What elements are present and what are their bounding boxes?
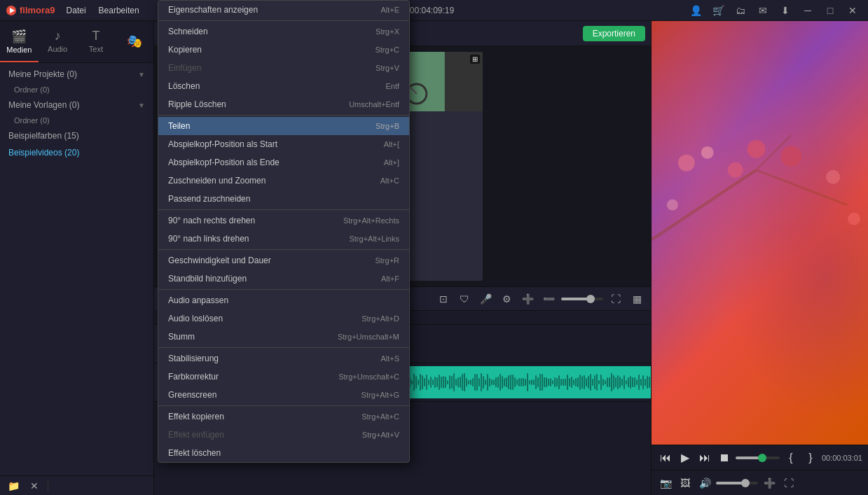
ctx-farbkorrektur-shortcut: Strg+Umschalt+C: [338, 372, 399, 381]
ctx-position-ende[interactable]: Abspielkopf-Position als Ende Alt+]: [158, 153, 409, 172]
ctx-divider-1: [158, 20, 409, 21]
ctx-eigenschaften-label: Eigenschaften anzeigen: [168, 5, 258, 15]
ctx-position-start[interactable]: Abspielkopf-Position als Start Alt+[: [158, 135, 409, 153]
ctx-effekt-kopieren-shortcut: Strg+Alt+C: [361, 412, 399, 421]
ctx-teilen-label: Teilen: [168, 121, 190, 131]
ctx-geschwindigkeit-shortcut: Strg+R: [375, 256, 399, 265]
ctx-einfuegen-label: Einfügen: [168, 63, 201, 73]
ctx-divider-6: [158, 347, 409, 348]
ctx-greenscreen[interactable]: Greenscreen Strg+Alt+G: [158, 386, 409, 404]
ctx-farbkorrektur-label: Farbkorrektur: [168, 372, 219, 382]
ctx-standbild[interactable]: Standbild hinzufügen Alt+F: [158, 270, 409, 288]
ctx-kopieren-shortcut: Strg+C: [375, 46, 399, 54]
ctx-audio-loslösen-shortcut: Strg+Alt+D: [361, 314, 399, 323]
context-menu-overlay[interactable]: Eigenschaften anzeigen Alt+E Schneiden S…: [0, 0, 868, 495]
ctx-loeschen-label: Löschen: [168, 81, 200, 91]
ctx-zuschneiden-zoomen-shortcut: Alt+C: [380, 176, 399, 185]
ctx-stabilisierung[interactable]: Stabilisierung Alt+S: [158, 349, 409, 368]
ctx-geschwindigkeit-label: Geschwindigkeit und Dauer: [168, 256, 271, 265]
ctx-audio-loslösen-label: Audio loslösen: [168, 314, 223, 323]
ctx-zuschneiden-zoomen-label: Zuschneiden und Zoomen: [168, 176, 266, 186]
ctx-divider-4: [158, 249, 409, 250]
ctx-greenscreen-label: Greenscreen: [168, 390, 216, 400]
ctx-audio-loslösen[interactable]: Audio loslösen Strg+Alt+D: [158, 309, 409, 328]
ctx-effekt-kopieren-label: Effekt kopieren: [168, 412, 224, 421]
ctx-kopieren[interactable]: Kopieren Strg+C: [158, 41, 409, 59]
ctx-rechts-drehen-shortcut: Strg+Alt+Rechts: [343, 216, 399, 225]
ctx-stumm[interactable]: Stumm Strg+Umschalt+M: [158, 328, 409, 346]
ctx-farbkorrektur[interactable]: Farbkorrektur Strg+Umschalt+C: [158, 368, 409, 386]
ctx-schneiden-shortcut: Strg+X: [376, 27, 399, 36]
ctx-effekt-einfuegen-shortcut: Strg+Alt+V: [362, 431, 399, 439]
ctx-greenscreen-shortcut: Strg+Alt+G: [361, 391, 399, 399]
ctx-effekt-einfuegen: Effekt einfügen Strg+Alt+V: [158, 426, 409, 444]
ctx-effekt-kopieren[interactable]: Effekt kopieren Strg+Alt+C: [158, 407, 409, 426]
ctx-links-drehen-shortcut: Strg+Alt+Links: [349, 235, 399, 243]
ctx-rechts-drehen-label: 90° nach rechts drehen: [168, 216, 255, 225]
ctx-eigenschaften[interactable]: Eigenschaften anzeigen Alt+E: [158, 1, 409, 19]
ctx-stabilisierung-label: Stabilisierung: [168, 354, 219, 363]
ctx-position-start-label: Abspielkopf-Position als Start: [168, 139, 277, 149]
ctx-teilen[interactable]: Teilen Strg+B: [158, 117, 409, 135]
ctx-position-start-shortcut: Alt+[: [384, 140, 399, 148]
ctx-einfuegen: Einfügen Strg+V: [158, 59, 409, 77]
ctx-effekt-einfuegen-label: Effekt einfügen: [168, 430, 224, 440]
ctx-position-ende-shortcut: Alt+]: [384, 158, 399, 167]
ctx-rechts-drehen[interactable]: 90° nach rechts drehen Strg+Alt+Rechts: [158, 211, 409, 230]
ctx-eigenschaften-shortcut: Alt+E: [380, 6, 399, 14]
ctx-stabilisierung-shortcut: Alt+S: [380, 354, 399, 363]
ctx-audio-anpassen[interactable]: Audio anpassen: [158, 291, 409, 309]
ctx-position-ende-label: Abspielkopf-Position als Ende: [168, 158, 280, 167]
ctx-kopieren-label: Kopieren: [168, 45, 202, 55]
ctx-ripple-shortcut: Umschalt+Entf: [349, 100, 399, 109]
ctx-standbild-label: Standbild hinzufügen: [168, 274, 247, 284]
ctx-stumm-label: Stumm: [168, 332, 195, 342]
context-menu: Eigenschaften anzeigen Alt+E Schneiden S…: [158, 0, 410, 463]
ctx-ripple-label: Ripple Löschen: [168, 99, 226, 109]
ctx-divider-2: [158, 115, 409, 116]
ctx-loeschen[interactable]: Löschen Entf: [158, 77, 409, 95]
ctx-links-drehen-label: 90° nach links drehen: [168, 234, 249, 244]
ctx-divider-5: [158, 289, 409, 290]
ctx-loeschen-shortcut: Entf: [385, 82, 399, 90]
ctx-ripple-loeschen[interactable]: Ripple Löschen Umschalt+Entf: [158, 95, 409, 113]
ctx-effekt-loeschen[interactable]: Effekt löschen: [158, 444, 409, 462]
ctx-audio-anpassen-label: Audio anpassen: [168, 295, 228, 305]
ctx-stumm-shortcut: Strg+Umschalt+M: [338, 333, 399, 341]
ctx-schneiden[interactable]: Schneiden Strg+X: [158, 22, 409, 41]
ctx-divider-7: [158, 405, 409, 406]
ctx-passend-label: Passend zuschneiden: [168, 194, 250, 204]
ctx-links-drehen[interactable]: 90° nach links drehen Strg+Alt+Links: [158, 230, 409, 248]
ctx-effekt-loeschen-label: Effekt löschen: [168, 448, 221, 458]
ctx-schneiden-label: Schneiden: [168, 27, 208, 36]
ctx-teilen-shortcut: Strg+B: [376, 122, 399, 130]
ctx-divider-3: [158, 209, 409, 210]
ctx-passend-zuschneiden[interactable]: Passend zuschneiden: [158, 190, 409, 208]
ctx-zuschneiden-zoomen[interactable]: Zuschneiden und Zoomen Alt+C: [158, 172, 409, 190]
ctx-einfuegen-shortcut: Strg+V: [376, 64, 399, 72]
ctx-standbild-shortcut: Alt+F: [381, 274, 399, 283]
ctx-geschwindigkeit[interactable]: Geschwindigkeit und Dauer Strg+R: [158, 251, 409, 270]
